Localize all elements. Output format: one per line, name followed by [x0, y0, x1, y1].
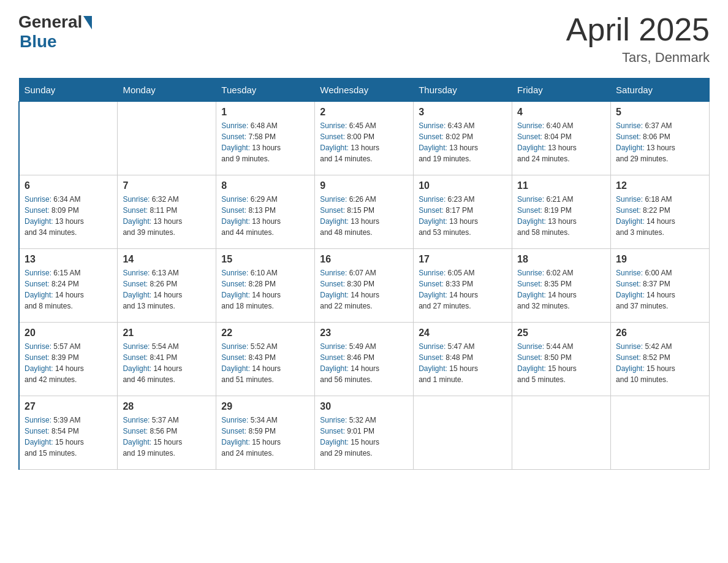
day-info: Sunrise: 6:07 AM Sunset: 8:30 PM Dayligh… — [320, 267, 408, 312]
day-number: 26 — [616, 327, 704, 339]
day-info: Sunrise: 6:37 AM Sunset: 8:06 PM Dayligh… — [616, 120, 704, 164]
calendar-cell: 14Sunrise: 6:13 AM Sunset: 8:26 PM Dayli… — [118, 249, 216, 323]
weekday-header-tuesday: Tuesday — [216, 79, 315, 102]
day-number: 6 — [25, 180, 112, 191]
day-info: Sunrise: 6:05 AM Sunset: 8:33 PM Dayligh… — [419, 267, 507, 312]
day-number: 17 — [419, 254, 507, 265]
day-info: Sunrise: 5:37 AM Sunset: 8:56 PM Dayligh… — [123, 415, 211, 459]
day-number: 7 — [123, 180, 211, 191]
day-info: Sunrise: 6:32 AM Sunset: 8:11 PM Dayligh… — [123, 194, 211, 238]
day-number: 20 — [25, 327, 112, 339]
calendar-cell: 12Sunrise: 6:18 AM Sunset: 8:22 PM Dayli… — [611, 175, 710, 249]
calendar-location: Tars, Denmark — [566, 50, 710, 66]
calendar-cell: 2Sunrise: 6:45 AM Sunset: 8:00 PM Daylig… — [315, 102, 414, 175]
day-number: 30 — [320, 401, 408, 412]
weekday-header-wednesday: Wednesday — [315, 79, 414, 102]
logo-blue-text: Blue — [20, 32, 57, 52]
day-number: 11 — [517, 180, 605, 191]
day-number: 13 — [25, 254, 112, 265]
day-number: 8 — [221, 180, 309, 191]
calendar-cell — [118, 102, 216, 175]
calendar-cell: 21Sunrise: 5:54 AM Sunset: 8:41 PM Dayli… — [118, 323, 216, 396]
day-number: 4 — [517, 107, 605, 118]
day-info: Sunrise: 6:00 AM Sunset: 8:37 PM Dayligh… — [616, 267, 704, 312]
day-info: Sunrise: 6:43 AM Sunset: 8:02 PM Dayligh… — [419, 120, 507, 164]
calendar-cell: 6Sunrise: 6:34 AM Sunset: 8:09 PM Daylig… — [19, 175, 118, 249]
day-info: Sunrise: 5:32 AM Sunset: 9:01 PM Dayligh… — [320, 415, 408, 459]
day-number: 28 — [123, 401, 211, 412]
day-number: 1 — [221, 107, 309, 118]
calendar-cell: 25Sunrise: 5:44 AM Sunset: 8:50 PM Dayli… — [512, 323, 611, 396]
day-number: 3 — [419, 107, 507, 118]
logo-general-text: General — [18, 12, 82, 32]
weekday-header-row: SundayMondayTuesdayWednesdayThursdayFrid… — [19, 79, 710, 102]
calendar-cell: 18Sunrise: 6:02 AM Sunset: 8:35 PM Dayli… — [512, 249, 611, 323]
day-number: 18 — [517, 254, 605, 265]
day-info: Sunrise: 5:47 AM Sunset: 8:48 PM Dayligh… — [419, 341, 507, 385]
day-number: 21 — [123, 327, 211, 339]
calendar-cell: 19Sunrise: 6:00 AM Sunset: 8:37 PM Dayli… — [611, 249, 710, 323]
day-number: 24 — [419, 327, 507, 339]
day-info: Sunrise: 5:57 AM Sunset: 8:39 PM Dayligh… — [25, 341, 112, 385]
day-number: 14 — [123, 254, 211, 265]
day-info: Sunrise: 5:34 AM Sunset: 8:59 PM Dayligh… — [221, 415, 309, 459]
calendar-cell — [19, 102, 118, 175]
calendar-week-row: 13Sunrise: 6:15 AM Sunset: 8:24 PM Dayli… — [19, 249, 710, 323]
calendar-title: April 2025 — [566, 12, 710, 47]
calendar-cell: 8Sunrise: 6:29 AM Sunset: 8:13 PM Daylig… — [216, 175, 315, 249]
day-info: Sunrise: 6:15 AM Sunset: 8:24 PM Dayligh… — [25, 267, 112, 312]
day-number: 15 — [221, 254, 309, 265]
calendar-cell: 3Sunrise: 6:43 AM Sunset: 8:02 PM Daylig… — [414, 102, 512, 175]
day-number: 22 — [221, 327, 309, 339]
day-info: Sunrise: 6:48 AM Sunset: 7:58 PM Dayligh… — [221, 120, 309, 164]
day-number: 5 — [616, 107, 704, 118]
weekday-header-saturday: Saturday — [611, 79, 710, 102]
calendar-week-row: 6Sunrise: 6:34 AM Sunset: 8:09 PM Daylig… — [19, 175, 710, 249]
day-info: Sunrise: 5:54 AM Sunset: 8:41 PM Dayligh… — [123, 341, 211, 385]
day-info: Sunrise: 6:13 AM Sunset: 8:26 PM Dayligh… — [123, 267, 211, 312]
calendar-header: SundayMondayTuesdayWednesdayThursdayFrid… — [19, 79, 710, 102]
day-number: 16 — [320, 254, 408, 265]
weekday-header-sunday: Sunday — [19, 79, 118, 102]
calendar-cell: 17Sunrise: 6:05 AM Sunset: 8:33 PM Dayli… — [414, 249, 512, 323]
day-info: Sunrise: 6:10 AM Sunset: 8:28 PM Dayligh… — [221, 267, 309, 312]
calendar-cell: 22Sunrise: 5:52 AM Sunset: 8:43 PM Dayli… — [216, 323, 315, 396]
day-info: Sunrise: 5:52 AM Sunset: 8:43 PM Dayligh… — [221, 341, 309, 385]
calendar-week-row: 20Sunrise: 5:57 AM Sunset: 8:39 PM Dayli… — [19, 323, 710, 396]
calendar-week-row: 27Sunrise: 5:39 AM Sunset: 8:54 PM Dayli… — [19, 396, 710, 470]
calendar-cell: 29Sunrise: 5:34 AM Sunset: 8:59 PM Dayli… — [216, 396, 315, 470]
day-info: Sunrise: 6:40 AM Sunset: 8:04 PM Dayligh… — [517, 120, 605, 164]
weekday-header-thursday: Thursday — [414, 79, 512, 102]
calendar-week-row: 1Sunrise: 6:48 AM Sunset: 7:58 PM Daylig… — [19, 102, 710, 175]
calendar-table: SundayMondayTuesdayWednesdayThursdayFrid… — [18, 78, 710, 470]
calendar-body: 1Sunrise: 6:48 AM Sunset: 7:58 PM Daylig… — [19, 102, 710, 470]
calendar-cell: 20Sunrise: 5:57 AM Sunset: 8:39 PM Dayli… — [19, 323, 118, 396]
calendar-cell — [512, 396, 611, 470]
day-info: Sunrise: 5:44 AM Sunset: 8:50 PM Dayligh… — [517, 341, 605, 385]
calendar-cell: 9Sunrise: 6:26 AM Sunset: 8:15 PM Daylig… — [315, 175, 414, 249]
calendar-cell: 30Sunrise: 5:32 AM Sunset: 9:01 PM Dayli… — [315, 396, 414, 470]
calendar-cell: 27Sunrise: 5:39 AM Sunset: 8:54 PM Dayli… — [19, 396, 118, 470]
calendar-cell: 15Sunrise: 6:10 AM Sunset: 8:28 PM Dayli… — [216, 249, 315, 323]
calendar-cell: 23Sunrise: 5:49 AM Sunset: 8:46 PM Dayli… — [315, 323, 414, 396]
calendar-cell — [414, 396, 512, 470]
day-number: 10 — [419, 180, 507, 191]
day-info: Sunrise: 5:49 AM Sunset: 8:46 PM Dayligh… — [320, 341, 408, 385]
day-number: 23 — [320, 327, 408, 339]
day-number: 12 — [616, 180, 704, 191]
day-info: Sunrise: 6:23 AM Sunset: 8:17 PM Dayligh… — [419, 194, 507, 238]
day-info: Sunrise: 6:34 AM Sunset: 8:09 PM Dayligh… — [25, 194, 112, 238]
day-info: Sunrise: 6:02 AM Sunset: 8:35 PM Dayligh… — [517, 267, 605, 312]
calendar-cell — [611, 396, 710, 470]
calendar-cell: 7Sunrise: 6:32 AM Sunset: 8:11 PM Daylig… — [118, 175, 216, 249]
day-info: Sunrise: 5:42 AM Sunset: 8:52 PM Dayligh… — [616, 341, 704, 385]
day-number: 19 — [616, 254, 704, 265]
day-info: Sunrise: 5:39 AM Sunset: 8:54 PM Dayligh… — [25, 415, 112, 459]
logo: General Blue — [18, 12, 92, 52]
logo-triangle-icon — [83, 16, 92, 29]
calendar-cell: 13Sunrise: 6:15 AM Sunset: 8:24 PM Dayli… — [19, 249, 118, 323]
day-info: Sunrise: 6:29 AM Sunset: 8:13 PM Dayligh… — [221, 194, 309, 238]
calendar-cell: 16Sunrise: 6:07 AM Sunset: 8:30 PM Dayli… — [315, 249, 414, 323]
weekday-header-friday: Friday — [512, 79, 611, 102]
calendar-cell: 5Sunrise: 6:37 AM Sunset: 8:06 PM Daylig… — [611, 102, 710, 175]
